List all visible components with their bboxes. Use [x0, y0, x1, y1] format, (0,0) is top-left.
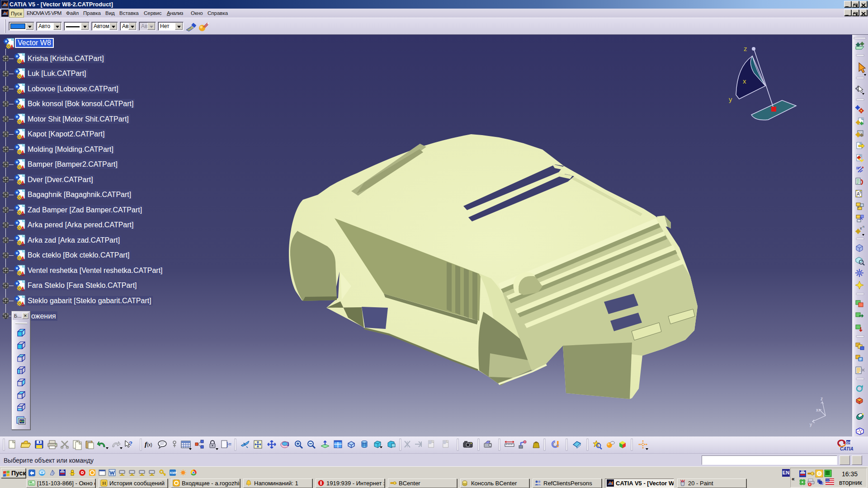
- svg-text:CATIA: CATIA: [840, 446, 854, 451]
- svg-text:x: x: [860, 226, 862, 230]
- svg-text:y: y: [810, 422, 812, 427]
- svg-text:KMP: KMP: [170, 471, 177, 474]
- svg-text:5: 5: [859, 191, 861, 194]
- svg-text:z: z: [821, 396, 823, 401]
- svg-text:DS: DS: [847, 441, 852, 445]
- svg-text:H: H: [102, 480, 106, 486]
- svg-text:n: n: [863, 225, 864, 228]
- svg-text:}=: }=: [226, 441, 231, 447]
- svg-text:x: x: [743, 77, 746, 85]
- svg-text:?: ?: [129, 440, 132, 447]
- svg-text:y: y: [729, 95, 732, 103]
- svg-text:(x): (x): [147, 442, 152, 447]
- svg-text:z: z: [744, 45, 747, 52]
- svg-text:x: x: [816, 408, 818, 413]
